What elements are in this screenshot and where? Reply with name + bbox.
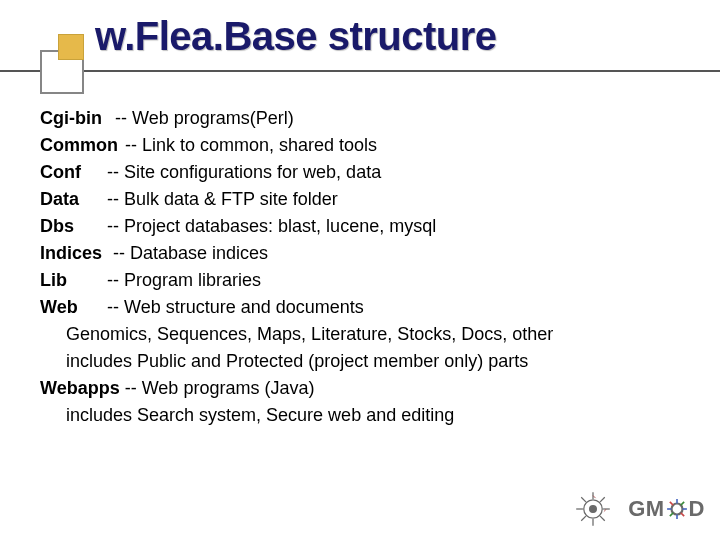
- title-decor-square-gold: [58, 34, 84, 60]
- desc-dbs: -- Project databases: blast, lucene, mys…: [107, 216, 436, 236]
- desc-lib: -- Program libraries: [107, 270, 261, 290]
- svg-line-18: [680, 513, 683, 516]
- title-underline: [0, 70, 720, 72]
- term-conf: Conf: [40, 159, 102, 186]
- svg-point-12: [671, 504, 682, 515]
- gear-icon: [572, 488, 614, 530]
- svg-line-17: [669, 502, 672, 505]
- term-cgi-bin: Cgi-bin: [40, 105, 110, 132]
- gmod-o-icon: [666, 498, 688, 520]
- term-dbs: Dbs: [40, 213, 102, 240]
- term-common: Common: [40, 132, 120, 159]
- term-lib: Lib: [40, 267, 102, 294]
- web-subline-1: Genomics, Sequences, Maps, Literature, S…: [40, 321, 680, 348]
- slide-title: w.Flea.Base structure: [95, 14, 497, 59]
- desc-webapps: -- Web programs (Java): [125, 378, 315, 398]
- web-subline-2: includes Public and Protected (project m…: [40, 348, 680, 375]
- term-indices: Indices: [40, 240, 108, 267]
- desc-conf: -- Site configurations for web, data: [107, 162, 381, 182]
- svg-line-7: [600, 516, 605, 521]
- desc-cgi-bin: -- Web programs(Perl): [115, 108, 294, 128]
- svg-point-1: [590, 506, 597, 513]
- term-web: Web: [40, 294, 102, 321]
- desc-data: -- Bulk data & FTP site folder: [107, 189, 338, 209]
- term-webapps: Webapps: [40, 375, 120, 402]
- svg-line-20: [669, 513, 672, 516]
- svg-line-8: [600, 497, 605, 502]
- desc-web: -- Web structure and documents: [107, 297, 364, 317]
- content-block: Cgi-bin -- Web programs(Perl) Common -- …: [40, 105, 680, 429]
- svg-line-6: [581, 497, 586, 502]
- desc-common: -- Link to common, shared tools: [125, 135, 377, 155]
- gmod-text-d: D: [689, 496, 705, 522]
- desc-indices: -- Database indices: [113, 243, 268, 263]
- gmod-text-gm: GM: [628, 496, 664, 522]
- svg-line-19: [680, 502, 683, 505]
- gmod-logo: GM D: [628, 496, 705, 522]
- svg-line-9: [581, 516, 586, 521]
- term-data: Data: [40, 186, 102, 213]
- webapps-subline-1: includes Search system, Secure web and e…: [40, 402, 680, 429]
